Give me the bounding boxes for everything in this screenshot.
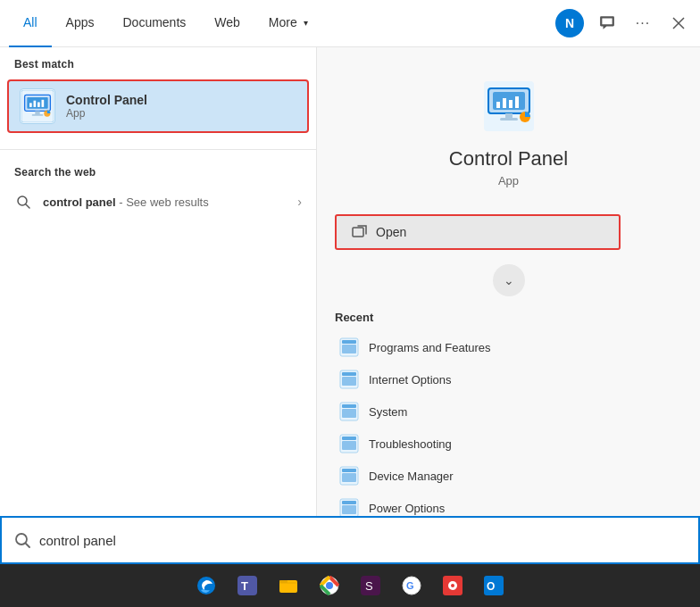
search-the-web-label: Search the web (0, 155, 316, 184)
svg-point-51 (326, 582, 333, 589)
svg-rect-4 (29, 103, 32, 107)
divider (0, 149, 316, 150)
svg-rect-8 (35, 111, 39, 114)
recent-item-icon-5 (338, 497, 360, 516)
svg-rect-38 (342, 473, 356, 482)
top-nav: All Apps Documents Web More ▾ N (0, 0, 700, 47)
main-content: Best match (0, 47, 700, 516)
teams-icon[interactable]: T (229, 568, 265, 603)
svg-rect-7 (42, 100, 45, 107)
svg-rect-6 (38, 103, 40, 107)
svg-rect-18 (503, 98, 506, 108)
svg-point-43 (16, 534, 27, 545)
list-item[interactable]: Programs and Features (335, 331, 682, 363)
svg-rect-26 (342, 345, 356, 353)
svg-rect-41 (342, 505, 356, 514)
paint-icon[interactable] (435, 568, 471, 603)
search-icon (14, 532, 30, 548)
svg-rect-32 (342, 409, 356, 418)
svg-rect-20 (515, 96, 519, 108)
list-item[interactable]: Device Manager (335, 460, 682, 492)
web-search-text: control panel - See web results (43, 195, 209, 209)
tab-web[interactable]: Web (200, 0, 254, 47)
list-item[interactable]: Internet Options (335, 363, 682, 395)
search-web-icon (14, 193, 32, 211)
chevron-down-icon: ▾ (304, 18, 308, 28)
svg-rect-27 (342, 340, 356, 344)
taskbar: T S G O (0, 564, 700, 607)
svg-rect-39 (342, 469, 356, 472)
svg-text:T: T (241, 579, 248, 593)
svg-text:O: O (487, 580, 495, 593)
avatar[interactable]: N (555, 9, 584, 37)
recent-item-icon-0 (338, 337, 360, 358)
svg-rect-22 (500, 118, 518, 121)
recent-item-name-2: System (369, 405, 407, 419)
svg-rect-33 (342, 404, 356, 408)
recent-item-name-5: Power Options (369, 502, 445, 515)
web-search-item[interactable]: control panel - See web results › (0, 184, 316, 220)
svg-text:S: S (365, 579, 373, 593)
svg-rect-5 (34, 101, 37, 107)
nav-right: N ··· (555, 9, 691, 37)
chrome-icon[interactable] (312, 568, 347, 603)
open-button-container: Open (317, 209, 700, 255)
app-detail-header: Control Panel App (317, 65, 700, 205)
list-item[interactable]: System (335, 395, 682, 428)
best-match-item[interactable]: Control Panel App (7, 79, 309, 133)
open-label: Open (376, 225, 406, 239)
slack-icon[interactable]: S (353, 568, 388, 603)
edge-icon[interactable] (188, 568, 224, 603)
tab-documents[interactable]: Documents (108, 0, 200, 47)
bottom-search-bar (0, 516, 700, 564)
close-icon[interactable] (666, 11, 691, 36)
recent-item-name-4: Device Manager (369, 470, 454, 483)
detail-app-icon (477, 74, 541, 138)
list-item[interactable]: Power Options (335, 492, 682, 516)
svg-line-44 (26, 544, 29, 547)
best-match-label: Best match (0, 47, 316, 76)
recent-item-icon-2 (338, 401, 360, 422)
svg-rect-9 (32, 114, 44, 116)
nav-tabs: All Apps Documents Web More ▾ (9, 0, 555, 47)
best-match-info: Control Panel App (66, 93, 147, 120)
svg-text:G: G (406, 580, 414, 591)
svg-rect-21 (505, 113, 512, 118)
recent-item-icon-4 (338, 465, 360, 486)
svg-rect-17 (496, 102, 500, 108)
svg-rect-35 (342, 441, 356, 450)
best-match-type: App (66, 107, 147, 120)
expand-button[interactable]: ⌄ (493, 264, 525, 296)
explorer-icon[interactable] (271, 568, 306, 603)
svg-line-12 (26, 204, 29, 208)
outlook-icon[interactable]: O (476, 568, 512, 603)
expand-btn-container: ⌄ (317, 259, 700, 302)
detail-app-type: App (498, 174, 519, 187)
search-input[interactable] (39, 533, 686, 548)
more-options-icon[interactable]: ··· (630, 11, 655, 36)
tab-all[interactable]: All (9, 0, 52, 47)
best-match-name: Control Panel (66, 93, 147, 107)
recent-item-name-0: Programs and Features (369, 341, 491, 354)
open-window-icon (351, 223, 369, 241)
tab-apps[interactable]: Apps (52, 0, 109, 47)
svg-rect-19 (509, 100, 512, 108)
recent-item-name-1: Internet Options (369, 373, 452, 387)
detail-app-name: Control Panel (449, 147, 568, 170)
feedback-icon[interactable] (595, 11, 620, 36)
right-panel: Control Panel App Open (317, 47, 700, 516)
recent-item-name-3: Troubleshooting (369, 437, 452, 451)
google-icon[interactable]: G (394, 568, 429, 603)
svg-rect-49 (279, 580, 288, 583)
open-button[interactable]: Open (335, 214, 621, 250)
left-panel: Best match (0, 47, 317, 516)
svg-rect-30 (342, 372, 356, 376)
list-item[interactable]: Troubleshooting (335, 428, 682, 460)
svg-rect-42 (342, 501, 356, 504)
svg-rect-36 (342, 437, 356, 440)
recent-item-icon-1 (338, 369, 360, 390)
tab-more[interactable]: More ▾ (254, 0, 322, 47)
svg-rect-29 (342, 377, 356, 386)
chevron-right-icon: › (297, 195, 302, 209)
control-panel-icon (20, 88, 55, 124)
